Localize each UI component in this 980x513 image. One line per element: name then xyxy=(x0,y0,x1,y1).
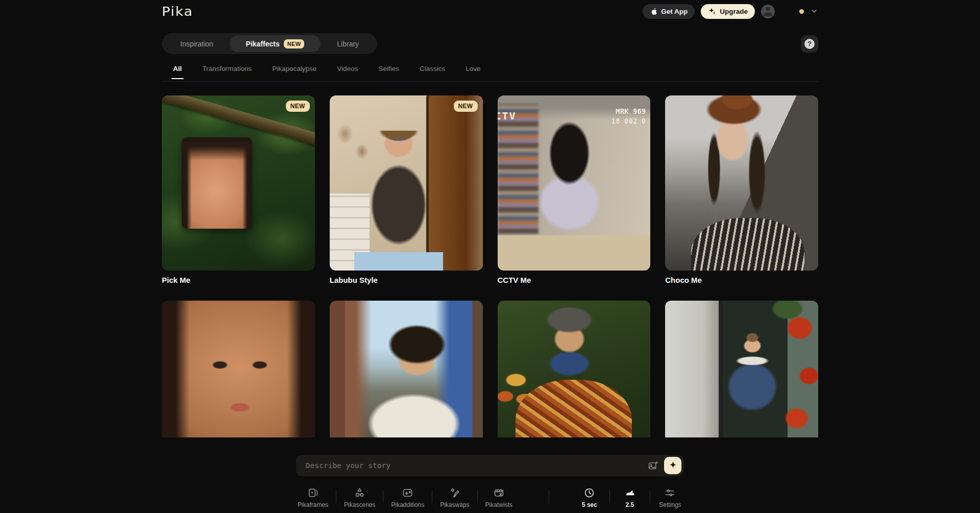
category-videos[interactable]: Videos xyxy=(337,65,358,79)
tab-library[interactable]: Library xyxy=(321,35,375,52)
category-classics[interactable]: Classics xyxy=(420,65,445,79)
prompt-bar xyxy=(296,455,684,476)
pikaswaps-label: Pikaswaps xyxy=(440,501,469,508)
card-title: Pick Me xyxy=(162,276,315,284)
pikadditions-icon xyxy=(402,487,413,499)
effect-card-pick-me[interactable]: NEW Pick Me xyxy=(162,95,315,284)
sparkle-icon xyxy=(708,7,716,15)
pikaframes-label: Pikaframes xyxy=(298,501,328,508)
card-image xyxy=(330,301,483,437)
pikaframes-icon xyxy=(307,487,319,499)
bottom-toolbar: Pikaframes Pikascenes Pikadditions Pikas… xyxy=(0,485,980,512)
upgrade-button[interactable]: Upgrade xyxy=(701,4,755,19)
user-icon xyxy=(761,5,775,18)
prompt-input[interactable] xyxy=(306,461,645,470)
effect-card-row2-3[interactable] xyxy=(498,301,651,437)
pikascenes-label: Pikascenes xyxy=(344,501,375,508)
topbar-right: Get App Upgrade xyxy=(643,4,818,19)
model-label: 2.5 xyxy=(626,501,634,508)
upgrade-label: Upgrade xyxy=(720,8,748,15)
pikascenes-icon xyxy=(354,487,365,499)
toolbar-divider xyxy=(549,490,549,503)
tab-pikaffects-label: Pikaffects xyxy=(246,40,280,48)
category-selfies[interactable]: Selfies xyxy=(378,65,399,79)
avatar[interactable] xyxy=(761,5,775,18)
credits-dot xyxy=(799,9,804,14)
sliders-icon xyxy=(664,487,676,499)
cctv-overlay-label: CTV xyxy=(498,110,517,122)
apple-icon xyxy=(650,7,657,16)
get-app-label: Get App xyxy=(661,8,688,15)
effect-card-labubu-style[interactable]: NEW Labubu Style xyxy=(330,95,483,284)
effect-card-cctv-me[interactable]: CTV MRK 969 18 002 0 CCTV Me xyxy=(498,95,651,284)
category-all[interactable]: All xyxy=(173,65,182,79)
category-transformations[interactable]: Transformations xyxy=(202,65,252,79)
rabbit-icon xyxy=(624,487,636,499)
card-title: Choco Me xyxy=(665,276,818,284)
tab-pikaffects[interactable]: Pikaffects NEW xyxy=(230,35,321,52)
effects-grid: NEW Pick Me NEW Labubu Style CTV MRK 969… xyxy=(162,95,818,437)
generate-sparkle-icon xyxy=(669,460,677,471)
generate-button[interactable] xyxy=(664,457,681,474)
settings-label: Settings xyxy=(659,501,681,508)
chevron-down-icon[interactable] xyxy=(810,7,818,15)
card-title: Labubu Style xyxy=(330,276,483,284)
help-button[interactable]: ? xyxy=(801,35,818,53)
new-badge: NEW xyxy=(286,101,310,112)
duration-label: 5 sec xyxy=(582,501,597,508)
pikatwists-label: Pikatwists xyxy=(485,501,512,508)
card-image xyxy=(665,301,818,437)
topbar: Pika Get App Upgrade xyxy=(162,0,818,19)
get-app-button[interactable]: Get App xyxy=(643,4,695,19)
tool-pikaframes[interactable]: Pikaframes xyxy=(290,487,336,508)
tool-pikadditions[interactable]: Pikadditions xyxy=(383,487,432,508)
duration-button[interactable]: 5 sec xyxy=(570,487,609,508)
tab-inspiration[interactable]: Inspiration xyxy=(164,35,230,52)
effect-card-row2-4[interactable] xyxy=(665,301,818,437)
card-image: NEW xyxy=(162,95,315,271)
effect-card-row2-2[interactable] xyxy=(330,301,483,437)
app-logo[interactable]: Pika xyxy=(162,4,193,19)
tool-pikaswaps[interactable]: Pikaswaps xyxy=(432,487,477,508)
card-image xyxy=(498,301,651,437)
add-image-icon[interactable] xyxy=(645,457,661,474)
pikaswaps-icon xyxy=(449,487,460,499)
model-button[interactable]: 2.5 xyxy=(610,487,650,508)
tool-pikatwists[interactable]: Pikatwists xyxy=(478,487,520,508)
card-image: NEW xyxy=(330,95,483,271)
new-badge: NEW xyxy=(454,101,478,112)
category-tabs: All Transformations Pikapocalypse Videos… xyxy=(162,65,818,82)
tool-pikascenes[interactable]: Pikascenes xyxy=(336,487,383,508)
cctv-overlay-code: MRK 969 18 002 0 xyxy=(611,107,646,126)
pika-app: Pika Get App Upgrade xyxy=(0,0,980,513)
category-pikapocalypse[interactable]: Pikapocalypse xyxy=(272,65,316,79)
settings-button[interactable]: Settings xyxy=(650,487,690,508)
effect-card-choco-me[interactable]: Choco Me xyxy=(665,95,818,284)
card-title: CCTV Me xyxy=(498,276,651,284)
card-image: CTV MRK 969 18 002 0 xyxy=(498,95,651,271)
new-badge: NEW xyxy=(284,39,305,48)
pikadditions-label: Pikadditions xyxy=(391,501,424,508)
main-tabs: Inspiration Pikaffects NEW Library xyxy=(162,33,377,54)
card-image xyxy=(665,95,818,271)
tab-library-label: Library xyxy=(337,40,359,48)
effect-card-row2-1[interactable] xyxy=(162,301,315,437)
question-icon: ? xyxy=(804,39,815,49)
clock-icon xyxy=(583,487,595,499)
card-image xyxy=(162,301,315,437)
tab-inspiration-label: Inspiration xyxy=(180,40,213,48)
tabs-row: Inspiration Pikaffects NEW Library ? xyxy=(162,33,818,54)
category-love[interactable]: Love xyxy=(465,65,480,79)
pikatwists-icon xyxy=(493,487,505,499)
